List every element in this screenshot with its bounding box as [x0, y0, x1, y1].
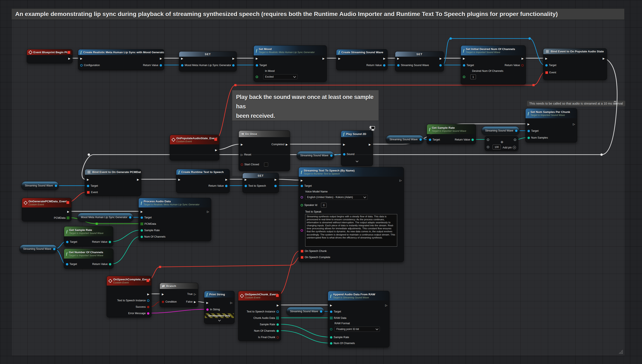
pin-exec-out[interactable]: ▷ [573, 123, 575, 126]
var-streaming-sound-wave-3[interactable]: Streaming Sound Wave [481, 126, 520, 135]
node-bind-event-on-populate-audio-state[interactable]: Bind Event to On Populate Audio State▶▶T… [543, 48, 607, 80]
node-ongeneratepcmdata-event[interactable]: OnGeneratePCMData_EventCustom Event▶PCMD… [22, 198, 72, 221]
pin-exec-out[interactable]: ▶ [383, 57, 385, 60]
node-onspeechcomplete-event[interactable]: OnSpeechComplete_EventCustom Event▶Text … [107, 276, 152, 318]
node-create-streaming-sound-wave[interactable]: fCreate Streaming Sound Wave▶▶Return Val… [336, 49, 388, 70]
pin-raw-data[interactable] [330, 317, 333, 319]
pin-sample-rate[interactable] [330, 336, 332, 338]
pin-exec-out[interactable]: ▶ [215, 149, 217, 152]
streaming-text-to-speech-by-name-value-box[interactable]: 0 [321, 203, 327, 208]
pin-exec-in[interactable]: ▶ [80, 57, 82, 60]
pin-exec-out[interactable]: ▶ [322, 57, 325, 60]
pin-object-out[interactable] [274, 185, 277, 187]
streaming-text-to-speech-by-name-header[interactable]: fStreaming Text To Speech (By Name)Targe… [299, 167, 404, 177]
pin-pcmdata[interactable] [141, 223, 143, 225]
pin-exec-out[interactable]: ▶ [160, 57, 162, 60]
var-streaming-sound-wave-4[interactable]: Streaming Sound Wave [21, 181, 59, 190]
pin-target[interactable] [463, 64, 465, 66]
pin-event[interactable] [87, 191, 90, 194]
var-streaming-sound-wave-5[interactable]: Streaming Sound Wave [20, 245, 57, 253]
pin-exec-in[interactable]: ▶ [397, 57, 399, 60]
pin-num-of-channels[interactable] [330, 342, 332, 344]
pin-streaming-sound-wave-out[interactable] [419, 138, 422, 141]
node-streaming-text-to-speech-by-name[interactable]: fStreaming Text To Speech (By Name)Targe… [299, 167, 404, 262]
branch-header[interactable]: ⇄Branch [160, 283, 198, 289]
pin-exec-in[interactable]: ▶ [301, 179, 303, 182]
pin-false[interactable]: ▶ [194, 300, 196, 303]
append-audio-data-from-raw-dropdown[interactable]: Floating point 32-bit [334, 326, 380, 332]
pin-sample-rate[interactable] [141, 229, 143, 232]
pin-true[interactable]: ▷ [194, 293, 196, 296]
pin-configuration[interactable] [80, 64, 83, 66]
event-begin-play-delegate-pin[interactable] [68, 51, 71, 54]
pin-exec-out[interactable]: ▷ [385, 304, 387, 307]
pin-exec-in[interactable]: ▶ [206, 301, 208, 304]
ongeneratepcmdata-event-header[interactable]: OnGeneratePCMData_EventCustom Event [22, 198, 71, 208]
pin-streaming-sound-wave-out[interactable] [330, 154, 333, 157]
pin-exec-in[interactable]: ▶ [181, 57, 183, 60]
pin-target[interactable] [527, 130, 530, 132]
pin-enum-in[interactable] [463, 76, 465, 78]
bind-event-on-populate-audio-state-header[interactable]: Bind Event to On Populate Audio State [543, 48, 607, 54]
pin-sound[interactable] [343, 153, 345, 156]
advanced-pins-toggle[interactable] [341, 160, 373, 162]
pin-start-closed[interactable] [241, 164, 243, 166]
pin-exec-out[interactable]: ▶ [232, 57, 235, 60]
pin-return-value[interactable] [471, 138, 474, 141]
node-get-sample-rate-bottom[interactable]: fGet Sample RateTarget is Imported Sound… [64, 226, 113, 246]
pin-exec-in[interactable]: ▶ [162, 293, 164, 296]
node-onspeechchunk-event[interactable]: OnSpeechChunk_EventCustom Event▶Text to … [238, 291, 281, 341]
pin-target[interactable] [330, 310, 332, 313]
var-streaming-sound-wave-2[interactable]: Streaming Sound Wave [386, 135, 424, 144]
pin-exec-out[interactable]: ▶ [147, 293, 149, 296]
pin-target[interactable] [256, 64, 258, 66]
node-do-once[interactable]: ⇥Do Once▶Completed▶▷ResetStart Closed [239, 130, 290, 171]
pin-chunk-audio-data[interactable] [276, 317, 279, 319]
pin-return-value[interactable] [383, 64, 385, 66]
pin-return-value[interactable] [521, 64, 524, 66]
play-sound-2d-header[interactable]: fPlay Sound 2D [341, 131, 373, 137]
node-divide[interactable]: 100÷Add pin+ [485, 136, 518, 151]
pin-exec-in[interactable]: ▶ [545, 57, 547, 60]
pin-name-in[interactable] [301, 196, 303, 198]
process-audio-data-header[interactable]: fProcess Audio DataTarget is Realistic M… [139, 198, 211, 208]
pin-exec-out[interactable]: ▶ [225, 178, 228, 181]
pin-target[interactable] [66, 263, 68, 266]
get-number-of-channels-header[interactable]: fGet Number Of ChannelsTarget is Importe… [64, 249, 113, 258]
pin-wild-in[interactable] [487, 146, 489, 148]
pin-completed[interactable]: ▶ [286, 143, 288, 146]
pin-return-value[interactable] [109, 241, 111, 243]
pin-exec-in[interactable]: ▶ [141, 210, 143, 213]
set-initial-desired-num-of-channels-header[interactable]: fSet Initial Desired Num Of ChannelsTarg… [461, 46, 526, 56]
get-sample-rate-bottom-header[interactable]: fGet Sample RateTarget is Imported Sound… [64, 226, 113, 236]
pin-exec-in[interactable]: ▶ [338, 57, 340, 60]
pin-return-value[interactable] [160, 64, 162, 66]
do-once-header[interactable]: ⇥Do Once [239, 131, 290, 137]
pin-mood-meta-human-lip-sync-generator[interactable] [181, 64, 183, 66]
pin-is-final-chunk[interactable] [277, 336, 279, 338]
pin-exec-in[interactable]: ▶ [330, 304, 332, 307]
append-audio-data-from-raw-header[interactable]: fAppend Audio Data From RAWTarget is Str… [328, 291, 389, 300]
pin-exec-out[interactable]: ▷ [207, 210, 209, 213]
set-initial-desired-num-of-channels-value-box[interactable]: 1 [470, 74, 476, 79]
pin-exec-out[interactable]: ▶ [68, 57, 71, 60]
pin-pcmdata[interactable] [67, 217, 69, 219]
ongeneratepcmdata-event-delegate-pin[interactable] [66, 201, 69, 204]
do-once-checkbox[interactable] [264, 162, 268, 166]
pin-return-value[interactable] [225, 185, 228, 187]
onpopulateaudiostate-event-delegate-pin[interactable] [214, 138, 217, 141]
var-mood-lipsync-generator[interactable]: Mood Meta Human Lip Sync Generator [77, 213, 133, 222]
pin-target[interactable] [301, 185, 303, 187]
create-streaming-sound-wave-header[interactable]: fCreate Streaming Sound Wave [336, 50, 387, 55]
node-event-begin-play[interactable]: Event Blueprint Begin Play▶ [27, 49, 73, 63]
pin-object-out[interactable] [439, 64, 442, 66]
onpopulateaudiostate-event-header[interactable]: OnPopulateAudioState_EventCustom Event [170, 135, 219, 144]
node-play-sound-2d[interactable]: fPlay Sound 2D▶▶Sound [341, 130, 373, 166]
node-set-mood[interactable]: fSet MoodTarget is Realistic Meta Human … [254, 45, 327, 82]
pin-on-speech-complete[interactable] [301, 256, 303, 259]
pin-num-of-channels[interactable] [277, 330, 279, 332]
pin-in-string[interactable] [206, 308, 209, 311]
node-print-string[interactable]: fPrint String▶▷In StringDevelopment Only [204, 291, 235, 324]
add-pin-button[interactable]: Add pin+ [503, 146, 516, 149]
node-set-streaming-sound-wave[interactable]: SET▶▶Streaming Sound Wave [395, 51, 444, 72]
